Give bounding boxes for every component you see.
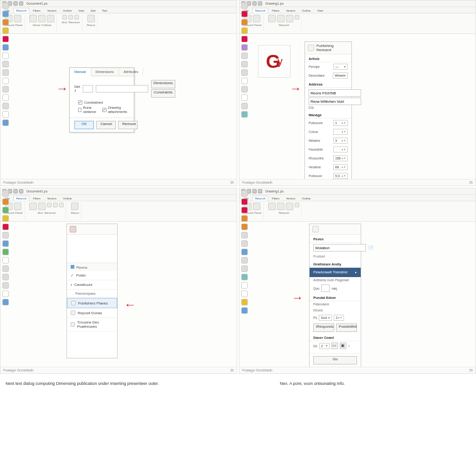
ribbon-tab-retouch[interactable]: Retouch [252, 196, 268, 201]
tool-shape-icon[interactable] [241, 19, 248, 26]
tool-pointer-icon[interactable] [241, 2, 248, 9]
ribbon-tab-vectors[interactable]: Vectors [283, 196, 298, 201]
ribbon-tab-filters[interactable]: Filters [30, 8, 43, 13]
tool-crop-icon[interactable] [2, 257, 9, 264]
tool-text-icon[interactable] [241, 11, 248, 17]
radio-variance[interactable] [78, 108, 81, 112]
spin-1[interactable]: ▲▼ [333, 129, 348, 135]
ribbon-tab-retouch[interactable]: Retouch [13, 8, 29, 13]
ribbon-tab-vectors[interactable]: Vectors [283, 8, 298, 13]
preview-icon[interactable] [87, 15, 95, 22]
shape-icon[interactable] [38, 15, 46, 22]
menu-item-trnosine[interactable]: Trnosine Dev Poaitreoues [67, 318, 117, 331]
tool-warning-icon[interactable] [241, 299, 248, 305]
spin-5[interactable]: 68▲▼ [333, 164, 348, 170]
tool-text-icon[interactable] [241, 198, 248, 205]
menu-item-reposit-donas[interactable]: Reposit Donas [67, 308, 117, 318]
ok-button[interactable]: OK [74, 121, 94, 129]
ribbon-tab-filters[interactable]: Filters [269, 196, 282, 201]
menu-item-peadcrawit[interactable]: Peadcrawit Trenstrer [310, 268, 361, 277]
btn-go[interactable]: Go [313, 356, 357, 364]
image-icon[interactable] [286, 203, 293, 210]
image-icon[interactable] [47, 203, 52, 207]
combo-god[interactable]: God [319, 315, 332, 321]
tool-pointer-icon[interactable] [2, 2, 9, 9]
tool-table-icon[interactable] [241, 240, 248, 247]
address-line2[interactable] [309, 98, 361, 105]
tool-picture-icon[interactable] [2, 224, 9, 230]
tool-zoom-icon[interactable] [2, 61, 9, 67]
tool-rectangle-icon[interactable] [241, 94, 248, 101]
tool-line-icon[interactable] [241, 36, 248, 42]
tool-eyedrop-icon[interactable] [2, 86, 9, 93]
tool-table-icon[interactable] [2, 53, 9, 59]
rotate-icon[interactable] [74, 15, 79, 20]
ribbon-tab-retouch[interactable]: Retouch [13, 196, 29, 201]
tool-3d-icon[interactable] [241, 307, 248, 314]
align-icon[interactable] [59, 203, 64, 207]
tool-rectangle-icon[interactable] [241, 282, 248, 289]
tool-ellipse-icon[interactable] [241, 291, 248, 297]
tool-line-icon[interactable] [241, 224, 248, 230]
group-icon[interactable] [68, 15, 73, 20]
btn-poestidithii[interactable]: Poestidithii [336, 324, 357, 332]
tool-hand-icon[interactable] [2, 69, 9, 76]
menu-item-poiter[interactable]: ✓Poiter [67, 271, 117, 280]
ribbon-tab-view[interactable]: View [314, 8, 326, 13]
qat-refresh-icon[interactable] [19, 189, 23, 193]
tool-hand-icon[interactable] [241, 69, 248, 76]
tool-hand-icon[interactable] [241, 257, 248, 264]
align-icon[interactable] [62, 15, 67, 20]
tent-icon-1[interactable]: ▭ [331, 343, 338, 349]
tool-hand-icon[interactable] [2, 249, 9, 255]
ribbon-tab-vectors[interactable]: Vectors [44, 196, 59, 201]
tool-rectangle-icon[interactable] [2, 274, 9, 280]
address-line1[interactable] [309, 89, 361, 97]
dlg-tab-attributes[interactable]: Attributes [119, 68, 144, 76]
tool-shape-icon[interactable] [241, 207, 248, 213]
ribbon-tab-edit[interactable]: Edit [88, 8, 98, 13]
ribbon-tab-outline[interactable]: Outline [60, 8, 74, 13]
combo-ds[interactable]: 2 [319, 343, 330, 349]
spin-2[interactable]: 3▲▼ [333, 138, 348, 144]
ribbon-tab-filters[interactable]: Filters [30, 196, 43, 201]
qat-undo-icon[interactable] [13, 189, 18, 193]
shape-icon[interactable] [277, 203, 284, 210]
margins-icon[interactable] [14, 15, 21, 22]
btn-constraints[interactable]: Constraints [151, 89, 175, 98]
find-input-2[interactable] [96, 85, 148, 93]
chk-constrained[interactable] [78, 100, 82, 105]
combo-descretare[interactable]: Wheel [333, 73, 348, 79]
ribbon-tab-retouch[interactable]: Retouch [252, 8, 268, 13]
margins-icon[interactable] [253, 15, 260, 22]
qat-refresh-icon[interactable] [258, 1, 262, 6]
peven-input[interactable] [313, 244, 366, 251]
tool-text-icon[interactable] [2, 11, 9, 17]
qat-refresh-icon[interactable] [258, 189, 262, 193]
btn-lresponds[interactable]: lResponds [313, 324, 334, 332]
preview-icon[interactable] [71, 203, 79, 210]
tool-3d-icon[interactable] [2, 299, 9, 305]
btn-dimensions[interactable]: Dimensions [151, 80, 175, 88]
tool-picture-icon[interactable] [241, 232, 248, 238]
browse-icon[interactable]: 📄 [368, 245, 373, 250]
tool-table-icon[interactable] [2, 232, 9, 238]
cancel-button[interactable]: Cancel [96, 121, 116, 129]
tool-fill-icon[interactable] [2, 207, 9, 213]
tool-zoom-icon[interactable] [241, 249, 248, 255]
tool-fill-icon[interactable] [2, 27, 9, 34]
tool-eyedrop-icon[interactable] [241, 86, 248, 93]
tool-rectangle-icon[interactable] [2, 94, 9, 101]
ribbon-tab-outline[interactable]: Outline [60, 196, 74, 201]
ribbon-tab-vectors[interactable]: Vectors [44, 8, 59, 13]
spin-4[interactable]: 100▲▼ [333, 155, 348, 161]
spin-two[interactable]: 2▲▼ [334, 315, 344, 321]
tool-eyedrop-icon[interactable] [241, 274, 248, 280]
dlg-tab-manual[interactable]: Manual [70, 68, 91, 76]
tool-polygon-icon[interactable] [2, 291, 9, 297]
textbox-icon[interactable] [29, 15, 37, 22]
quo-input[interactable] [321, 284, 330, 292]
tool-table-icon[interactable] [241, 53, 248, 59]
spin-3[interactable]: ▲▼ [333, 146, 348, 152]
tool-3d-icon[interactable] [241, 111, 248, 118]
